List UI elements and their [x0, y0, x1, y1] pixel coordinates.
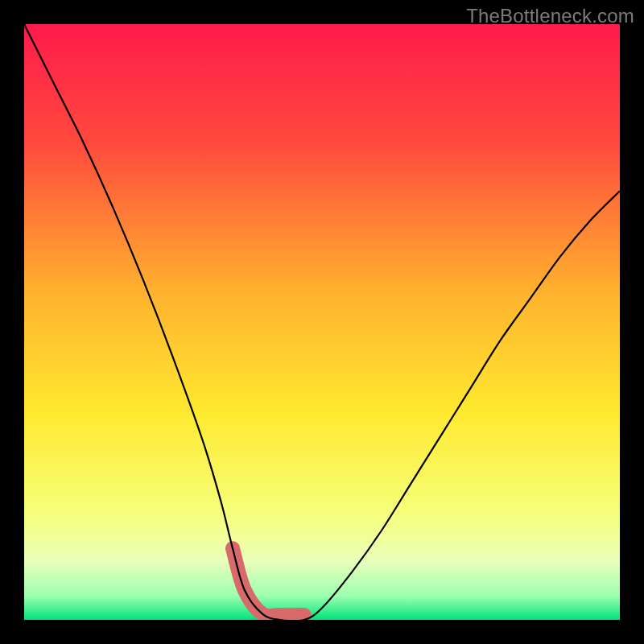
plot-area — [24, 24, 620, 620]
chart-svg — [24, 24, 620, 620]
chart-frame: TheBottleneck.com — [0, 0, 644, 644]
gradient-background — [24, 24, 620, 620]
watermark-text: TheBottleneck.com — [466, 5, 634, 27]
